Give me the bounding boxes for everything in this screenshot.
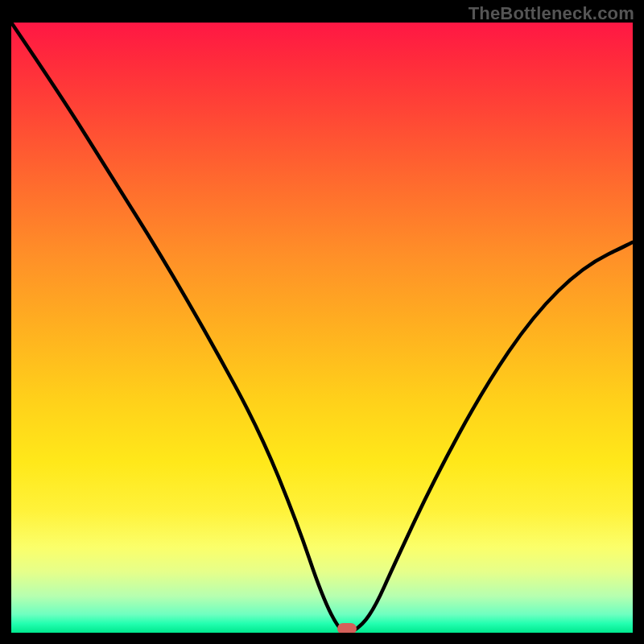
watermark-text: TheBottleneck.com	[469, 3, 634, 24]
chart-frame: TheBottleneck.com	[0, 0, 644, 644]
bottleneck-curve	[11, 23, 633, 633]
optimum-marker	[337, 623, 357, 633]
plot-area	[11, 23, 633, 633]
